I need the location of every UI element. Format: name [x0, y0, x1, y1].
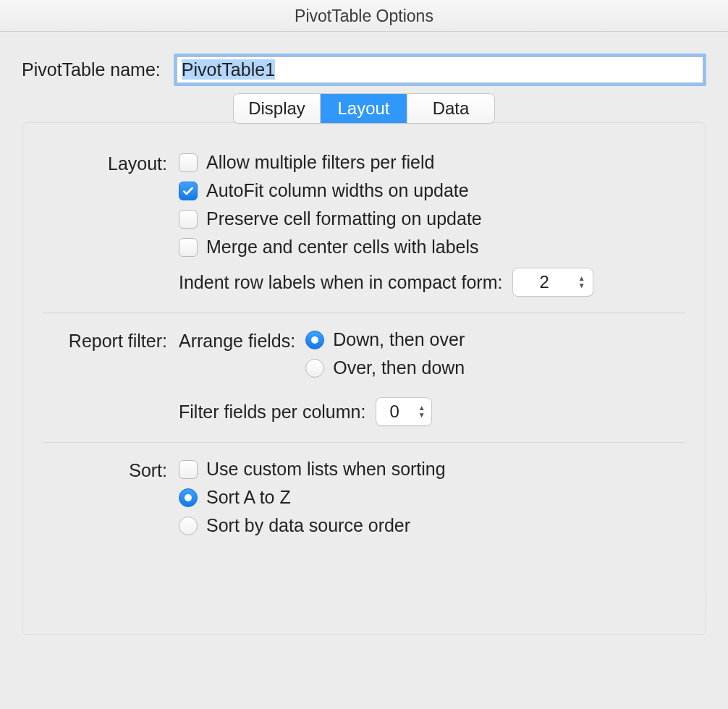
sort-a-to-z-label: Sort A to Z [206, 487, 291, 508]
pivottable-name-focus-ring: PivotTable1 [174, 54, 706, 86]
preserve-formatting-label: Preserve cell formatting on update [206, 208, 482, 229]
pivottable-name-label: PivotTable name: [22, 59, 161, 80]
down-then-over-radio[interactable] [305, 331, 324, 349]
allow-multiple-filters-checkbox[interactable] [179, 153, 198, 172]
merge-center-checkbox[interactable] [179, 238, 198, 257]
sort-source-order-label: Sort by data source order [206, 515, 410, 536]
down-then-over-label: Down, then over [333, 329, 465, 350]
filter-fields-per-column-label: Filter fields per column: [179, 402, 365, 423]
layout-section-label: Layout: [43, 152, 179, 174]
tab-layout[interactable]: Layout [321, 94, 407, 123]
pivottable-name-input[interactable]: PivotTable1 [177, 56, 703, 83]
merge-center-label: Merge and center cells with labels [206, 237, 479, 258]
sort-a-to-z-radio[interactable] [179, 488, 198, 507]
arrange-fields-label: Arrange fields: [179, 329, 295, 352]
tabs-segmented-control: Display Layout Data [233, 93, 495, 124]
tab-display[interactable]: Display [234, 94, 321, 123]
pivottable-name-value: PivotTable1 [182, 59, 275, 80]
indent-row-labels-stepper[interactable]: 2 ▲▼ [512, 268, 593, 297]
filter-fields-per-column-value: 0 [389, 402, 399, 422]
stepper-arrows-icon[interactable]: ▲▼ [418, 405, 426, 418]
filter-fields-per-column-stepper[interactable]: 0 ▲▼ [376, 397, 431, 426]
stepper-arrows-icon[interactable]: ▲▼ [578, 276, 585, 289]
dialog-body: PivotTable name: PivotTable1 Display Lay… [0, 32, 728, 635]
tab-data[interactable]: Data [407, 94, 494, 123]
window-title: PivotTable Options [0, 0, 728, 32]
preserve-formatting-checkbox[interactable] [179, 210, 198, 229]
sort-section-label: Sort: [43, 459, 179, 481]
divider [43, 442, 685, 443]
over-then-down-radio[interactable] [305, 359, 324, 378]
over-then-down-label: Over, then down [333, 357, 465, 378]
use-custom-lists-label: Use custom lists when sorting [206, 459, 446, 480]
allow-multiple-filters-label: Allow multiple filters per field [206, 152, 434, 173]
tab-panel: Layout: Allow multiple filters per field… [22, 122, 706, 635]
indent-row-labels-value: 2 [539, 272, 549, 292]
indent-row-labels-label: Indent row labels when in compact form: [179, 272, 502, 293]
divider [43, 313, 685, 313]
autofit-columns-checkbox[interactable] [179, 182, 198, 200]
report-filter-section-label: Report filter: [43, 329, 179, 352]
sort-source-order-radio[interactable] [179, 517, 198, 535]
use-custom-lists-checkbox[interactable] [179, 460, 198, 479]
autofit-columns-label: AutoFit column widths on update [206, 180, 469, 201]
